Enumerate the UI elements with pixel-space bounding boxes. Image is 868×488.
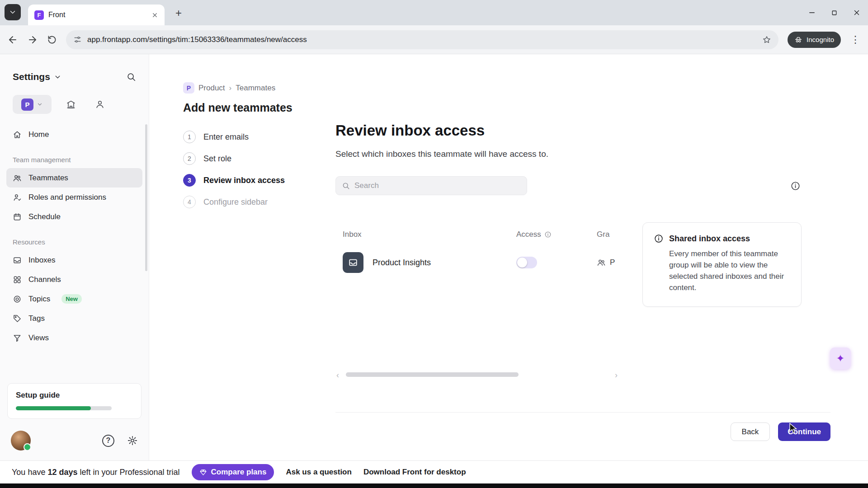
sidebar-item-inboxes[interactable]: Inboxes [6, 250, 142, 270]
workspace-p-badge: P [21, 99, 33, 111]
setup-guide-card[interactable]: Setup guide [7, 383, 142, 419]
scrollbar-thumb[interactable] [346, 372, 519, 377]
teammates-icon [13, 174, 22, 183]
back-icon[interactable] [7, 34, 18, 45]
browser-tab[interactable]: F Front [28, 5, 165, 25]
toggle-knob [517, 258, 527, 267]
search-icon [342, 182, 350, 190]
new-badge: New [61, 294, 82, 304]
maximize-icon[interactable] [830, 9, 838, 17]
window-controls [808, 0, 861, 25]
compare-plans-label: Compare plans [211, 468, 267, 477]
sidebar-scrollbar[interactable] [145, 124, 147, 271]
trial-text: You have 12 days left in your Profession… [12, 468, 180, 477]
trial-footer-bar: You have 12 days left in your Profession… [0, 460, 868, 483]
tag-icon [13, 314, 22, 323]
column-access: Access [516, 230, 597, 239]
wizard-panel: P Product › Teammates Add new teammates … [183, 82, 335, 208]
breadcrumb: P Product › Teammates [183, 82, 335, 94]
step-number: 4 [183, 196, 196, 208]
section-team-management: Team management [6, 144, 142, 168]
sidebar-nav: Home Team management Teammates Roles and… [0, 114, 149, 347]
column-inbox: Inbox [335, 230, 516, 239]
bookmark-star-icon[interactable] [762, 35, 771, 44]
personal-workspace-button[interactable] [90, 95, 109, 114]
ask-question-link[interactable]: Ask us a question [286, 468, 351, 477]
browser-toolbar: app.frontapp.com/settings/tim:15063336/t… [0, 25, 868, 54]
breadcrumb-workspace[interactable]: Product [198, 84, 225, 93]
building-icon [66, 99, 76, 109]
inbox-search-field[interactable] [335, 176, 527, 195]
sidebar-search-icon[interactable] [126, 72, 136, 82]
sidebar-footer: ? [11, 431, 138, 450]
reload-icon[interactable] [47, 35, 57, 45]
group-icon [597, 258, 606, 267]
breadcrumb-page[interactable]: Teammates [236, 84, 275, 93]
company-workspace-button[interactable] [61, 95, 80, 114]
scroll-right-icon[interactable]: › [615, 371, 618, 380]
grant-value: P [610, 258, 615, 267]
site-info-icon[interactable] [73, 35, 82, 44]
info-card-body: Every member of this teammate group will… [654, 248, 790, 294]
step-set-role[interactable]: 2 Set role [183, 152, 335, 165]
minimize-icon[interactable] [808, 9, 816, 17]
download-desktop-link[interactable]: Download Front for desktop [363, 468, 466, 477]
sidebar-item-home[interactable]: Home [6, 125, 142, 144]
search-input[interactable] [354, 181, 521, 190]
browser-tab-strip: F Front + [0, 0, 868, 25]
forward-icon[interactable] [27, 34, 38, 45]
access-info-icon[interactable] [544, 231, 552, 238]
sidebar-item-roles[interactable]: Roles and permissions [6, 188, 142, 207]
tab-search-button[interactable] [5, 4, 21, 20]
chevron-down-icon [37, 101, 43, 108]
panel-info-icon[interactable] [790, 181, 801, 191]
person-icon [95, 99, 105, 109]
sidebar-item-label: Schedule [28, 212, 61, 221]
sidebar-item-channels[interactable]: Channels [6, 270, 142, 289]
workspace-product-button[interactable]: P [13, 95, 52, 114]
browser-menu-icon[interactable]: ⋮ [850, 34, 861, 46]
sidebar-item-label: Home [28, 130, 49, 139]
trial-suffix: left in your Professional trial [77, 468, 179, 477]
sidebar-item-tags[interactable]: Tags [6, 309, 142, 328]
step-review-inbox-access[interactable]: 3 Review inbox access [183, 174, 335, 187]
url-text[interactable]: app.frontapp.com/settings/tim:15063336/t… [87, 35, 757, 44]
info-card-title: Shared inbox access [669, 234, 750, 244]
section-title: Review inbox access [335, 122, 485, 139]
help-icon[interactable]: ? [102, 435, 114, 447]
close-window-icon[interactable] [853, 9, 861, 17]
step-enter-emails[interactable]: 1 Enter emails [183, 131, 335, 143]
settings-title: Settings [13, 71, 50, 82]
footer-divider [335, 412, 830, 413]
tab-close-icon[interactable] [151, 12, 158, 19]
sidebar-item-label: Roles and permissions [28, 193, 106, 202]
step-configure-sidebar[interactable]: 4 Configure sidebar [183, 196, 335, 208]
user-avatar[interactable] [11, 431, 31, 450]
scroll-left-icon[interactable]: ‹ [336, 371, 339, 380]
sidebar-item-teammates[interactable]: Teammates [6, 168, 142, 188]
continue-button[interactable]: Continue [778, 422, 830, 441]
sidebar-item-schedule[interactable]: Schedule [6, 207, 142, 226]
step-number: 2 [183, 152, 196, 165]
inbox-avatar-icon [343, 252, 363, 273]
column-access-label: Access [516, 230, 541, 239]
sidebar-item-topics[interactable]: Topics New [6, 289, 142, 309]
access-toggle[interactable] [516, 257, 537, 268]
sidebar-item-label: Inboxes [28, 256, 56, 265]
gem-icon [199, 469, 207, 476]
back-button[interactable]: Back [731, 422, 770, 441]
url-bar[interactable]: app.frontapp.com/settings/tim:15063336/t… [66, 30, 778, 49]
sidebar-item-label: Channels [28, 275, 61, 284]
settings-chevron-icon[interactable] [54, 73, 61, 81]
new-tab-button[interactable]: + [171, 5, 186, 21]
main-content: P Product › Teammates Add new teammates … [149, 54, 868, 460]
wizard-steps: 1 Enter emails 2 Set role 3 Review inbox… [183, 131, 335, 208]
gear-icon[interactable] [127, 435, 138, 446]
incognito-badge[interactable]: Incognito [788, 32, 841, 48]
setup-progress-fill [16, 406, 91, 410]
home-icon [13, 130, 22, 139]
sidebar-item-views[interactable]: Views [6, 328, 142, 347]
compare-plans-button[interactable]: Compare plans [192, 464, 274, 480]
ai-assistant-button[interactable]: ✦ [830, 347, 851, 369]
views-icon [13, 333, 22, 343]
